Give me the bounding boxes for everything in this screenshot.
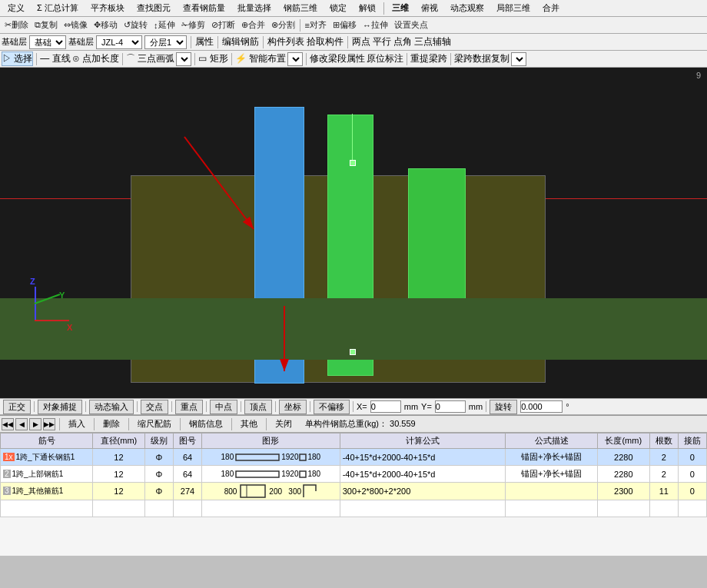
menu-unlock[interactable]: 解锁 [353,1,382,15]
btn-rebar-info[interactable]: 钢筋信息 [184,417,227,431]
btn-split[interactable]: ⊗ 分割 [268,18,298,32]
btn-next[interactable]: ▶ [29,418,41,430]
menu-find[interactable]: 查找图元 [131,1,177,15]
panel-toolbar: ◀◀ ◀ ▶ ▶▶ 插入 删除 缩尺配筋 钢筋信息 其他 关闭 单构件钢筋总重(… [0,416,707,433]
menu-align[interactable]: 平齐板块 [85,1,131,15]
cell-desc [506,500,598,517]
btn-align[interactable]: ≡ 对齐 [302,18,330,32]
layer-label: 基础层 [2,36,27,48]
btn-smart[interactable]: ⚡ 智能布置 [235,52,286,65]
btn-break[interactable]: ⊘ 打断 [208,18,238,32]
menu-rebar-3d[interactable]: 钢筋三维 [277,1,324,15]
btn-origin-mark[interactable]: 原位标注 [367,52,403,65]
table-row[interactable]: 21跨_上部钢筋112Φ64 180 1920 180 -40+15*d+200… [1,466,707,483]
btn-pick-component[interactable]: 拾取构件 [307,35,344,48]
table-row[interactable]: 31跨_其他箍筋112Φ274 800 200 300 300+2*800+2*… [1,483,707,500]
btn-last[interactable]: ▶▶ [43,418,55,430]
col-shape-num: 图号 [173,434,201,449]
cell-shape-num [173,500,201,517]
btn-three-aux[interactable]: 三点辅轴 [414,35,451,48]
cell-diameter: 12 [93,483,145,500]
btn-snap[interactable]: 对象捕捉 [38,400,82,414]
smart-select[interactable] [287,52,303,66]
btn-join[interactable]: ⊕ 合并 [238,18,268,32]
btn-set-grip[interactable]: 设置夹点 [391,18,431,32]
btn-rotate[interactable]: ↺ 旋转 [121,18,151,32]
btn-point-length[interactable]: ⊙ 点加长度 [72,52,119,65]
sublayer-select[interactable]: 分层1 [144,35,187,49]
cell-formula: 300+2*800+2*200 [340,483,506,500]
btn-delete[interactable]: ✂ 删除 [2,18,32,32]
btn-edit-rebar[interactable]: 编辑钢筋 [222,35,259,48]
menu-top-view[interactable]: 俯视 [415,1,444,15]
btn-top-snap[interactable]: 顶点 [244,400,272,414]
menu-3d[interactable]: 三维 [386,1,415,15]
btn-ortho[interactable]: 正交 [3,400,31,414]
menu-merge[interactable]: 合并 [536,1,566,15]
cell-grade: Φ [144,483,173,500]
btn-modify-beam[interactable]: 修改梁段属性 [310,52,365,65]
btn-no-offset[interactable]: 不偏移 [314,400,350,414]
btn-center-snap[interactable]: 中点 [210,400,237,414]
layer-select[interactable]: 基础 [29,35,66,49]
btn-panel-insert[interactable]: 插入 [64,417,90,431]
btn-relocate-span[interactable]: 重提梁跨 [410,52,447,65]
cell-shape: 180 1920 180 [202,466,340,483]
menu-dynamic-obs[interactable]: 动态观察 [444,1,490,15]
btn-intersect[interactable]: 交点 [141,400,168,414]
table-container[interactable]: 筋号 直径(mm) 级别 图号 图形 计算公式 公式描述 长度(mm) 根数 接… [0,433,707,517]
btn-midpoint-snap[interactable]: 重点 [175,400,203,414]
copy-select[interactable] [511,52,526,66]
btn-prev[interactable]: ◀ [15,418,28,430]
table-row[interactable] [1,500,707,517]
btn-angle[interactable]: 点角 [393,35,412,48]
btn-copy-data[interactable]: 梁跨数据复制 [454,52,510,65]
offset-icon: ⊞ [333,20,340,30]
btn-panel-close[interactable]: 关闭 [271,417,297,431]
rotate-input[interactable] [520,400,563,413]
btn-scale-match[interactable]: 缩尺配筋 [133,417,176,431]
menu-view-rebar[interactable]: 查看钢筋量 [177,1,231,15]
btn-rotate-status[interactable]: 旋转 [490,400,517,414]
btn-component-list[interactable]: 构件列表 [267,35,304,48]
btn-select[interactable]: ▷ 选择 [2,51,33,66]
btn-coord-snap[interactable]: 坐标 [279,400,307,414]
menu-batch-select[interactable]: 批量选择 [231,1,277,15]
arc-select[interactable] [176,52,191,66]
btn-rect[interactable]: ▭ 矩形 [198,52,227,65]
menu-lock[interactable]: 锁定 [324,1,353,15]
y-input[interactable] [435,400,466,413]
x-input[interactable] [370,400,401,413]
btn-trim[interactable]: ✁ 修剪 [178,18,208,32]
btn-dynamic-input[interactable]: 动态输入 [89,400,134,414]
btn-first[interactable]: ◀◀ [2,418,14,430]
menu-calc[interactable]: Σ 汇总计算 [31,1,85,15]
btn-line[interactable]: — 直线 [40,52,70,65]
draw-toolbar: ▷ 选择 — 直线 ⊙ 点加长度 ⌒ 三点画弧 ▭ 矩形 ⚡ 智能布置 修改梁段… [0,51,707,68]
btn-offset[interactable]: ⊞ 偏移 [330,18,360,32]
btn-other[interactable]: 其他 [236,417,262,431]
btn-panel-delete[interactable]: 删除 [98,417,124,431]
cell-count: 11 [649,483,678,500]
handle-point-bottom[interactable] [350,349,356,355]
x-label: X= [357,402,367,411]
btn-move[interactable]: ✥ 移动 [91,18,121,32]
menu-local-3d[interactable]: 局部三维 [490,1,536,15]
btn-property[interactable]: 属性 [195,35,214,48]
handle-point-top[interactable] [350,160,356,166]
btn-parallel[interactable]: 平行 [373,35,391,48]
btn-stretch[interactable]: ↔ 拉伸 [360,18,391,32]
col-grade: 级别 [144,434,173,449]
cell-shape-num: 64 [173,466,201,483]
cell-shape-num: 274 [173,483,201,500]
btn-copy[interactable]: ⧉ 复制 [32,18,61,32]
btn-two-point[interactable]: 两点 [352,35,370,48]
edit-toolbar: ✂ 删除 ⧉ 复制 ⇔ 镜像 ✥ 移动 ↺ 旋转 ↕ 延伸 ✁ 修剪 ⊘ 打断 … [0,17,707,34]
btn-mirror[interactable]: ⇔ 镜像 [61,18,91,32]
viewport-3d[interactable]: 9 Z Y X [0,68,707,398]
table-row[interactable]: 1x1跨_下通长钢筋112Φ64 180 1920 180 -40+15*d+2… [1,449,707,466]
btn-extend[interactable]: ↕ 延伸 [151,18,178,32]
menu-define[interactable]: 定义 [2,1,31,15]
base-select[interactable]: JZL-4 [96,35,142,49]
btn-three-arc[interactable]: ⌒ 三点画弧 [126,52,174,65]
